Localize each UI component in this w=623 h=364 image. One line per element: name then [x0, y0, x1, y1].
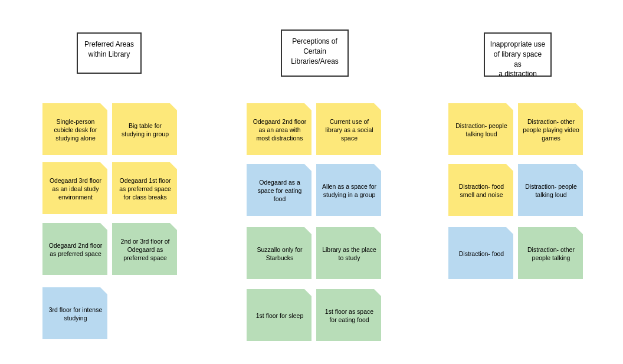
- sticky-note-n7: 3rd floor for intense studying: [42, 287, 107, 339]
- sticky-note-n4: Odegaard 1st floor as preferred space fo…: [112, 162, 177, 214]
- sticky-note-n2: Big table for studying in group: [112, 103, 177, 155]
- header-h3: Inappropriate use of library space as a …: [484, 32, 552, 77]
- sticky-note-n9: Current use of library as a social space: [316, 103, 381, 155]
- sticky-note-n17: Distraction- other people playing video …: [518, 103, 583, 155]
- sticky-note-n6: 2nd or 3rd floor of Odegaard as preferre…: [112, 223, 177, 275]
- sticky-note-n14: 1st floor for sleep: [247, 289, 312, 341]
- sticky-note-n1: Single-person cubicle desk for studying …: [42, 103, 107, 155]
- sticky-note-n20: Distraction- food: [448, 227, 513, 279]
- sticky-note-n10: Odegaard as a space for eating food: [247, 164, 312, 216]
- sticky-note-n3: Odegaard 3rd floor as an ideal study env…: [42, 162, 107, 214]
- sticky-note-n11: Allen as a space for studying in a group: [316, 164, 381, 216]
- sticky-note-n21: Distraction- other people talking: [518, 227, 583, 279]
- main-canvas: Preferred Areas within LibraryPerception…: [0, 0, 623, 364]
- sticky-note-n19: Distraction- people talking loud: [518, 164, 583, 216]
- header-h1: Preferred Areas within Library: [77, 32, 142, 74]
- header-h2: Perceptions of Certain Libraries/Areas: [281, 29, 349, 77]
- sticky-note-n5: Odegaard 2nd floor as preferred space: [42, 223, 107, 275]
- sticky-note-n16: Distraction- people talking loud: [448, 103, 513, 155]
- sticky-note-n12: Suzzallo only for Starbucks: [247, 227, 312, 279]
- sticky-note-n8: Odegaard 2nd floor as an area with most …: [247, 103, 312, 155]
- sticky-note-n15: 1st floor as space for eating food: [316, 289, 381, 341]
- sticky-note-n18: Distraction- food smell and noise: [448, 164, 513, 216]
- sticky-note-n13: Library as the place to study: [316, 227, 381, 279]
